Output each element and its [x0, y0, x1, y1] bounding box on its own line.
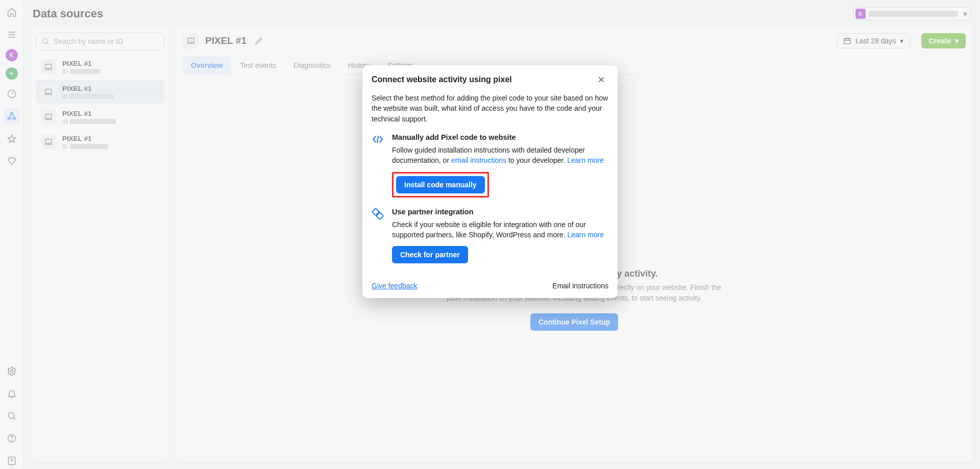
option-partner: Use partner integration Check if your we…: [372, 207, 608, 264]
modal-backdrop[interactable]: Connect website activity using pixel Sel…: [0, 0, 980, 469]
highlight-box: Install code manually: [392, 172, 489, 198]
learn-more-link[interactable]: Learn more: [567, 156, 604, 164]
option-desc: Check if your website is eligible for in…: [392, 219, 608, 240]
give-feedback-link[interactable]: Give feedback: [372, 282, 418, 290]
connect-pixel-modal: Connect website activity using pixel Sel…: [362, 65, 618, 298]
code-icon: [372, 132, 385, 198]
learn-more-link[interactable]: Learn more: [567, 231, 604, 239]
modal-title: Connect website activity using pixel: [372, 75, 594, 84]
option-manual: Manually add Pixel code to website Follo…: [372, 132, 608, 198]
check-for-partner-button[interactable]: Check for partner: [392, 246, 468, 263]
close-icon[interactable]: [594, 72, 608, 87]
option-title: Manually add Pixel code to website: [392, 132, 608, 143]
modal-intro: Select the best method for adding the pi…: [372, 93, 608, 124]
email-instructions-text[interactable]: Email instructions: [552, 282, 608, 290]
option-desc: Follow guided installation instructions …: [392, 145, 608, 166]
install-code-manually-button[interactable]: Install code manually: [396, 176, 485, 193]
svg-line-41: [377, 136, 378, 143]
option-title: Use partner integration: [392, 207, 608, 217]
partner-icon: [372, 207, 385, 264]
email-instructions-link[interactable]: email instructions: [451, 156, 506, 164]
